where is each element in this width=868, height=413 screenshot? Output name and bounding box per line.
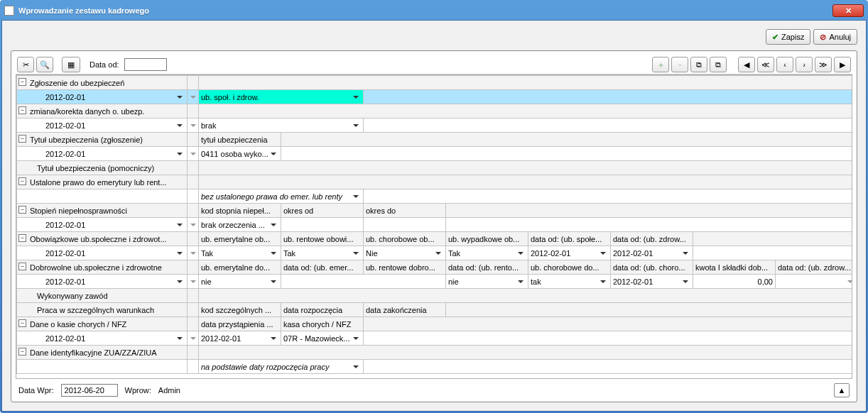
cancel-label: Anuluj <box>829 33 851 41</box>
collapse-icon[interactable]: − <box>18 234 26 242</box>
collapse-icon[interactable]: − <box>18 78 26 86</box>
value-dropdown[interactable]: bez ustalonego prawa do emer. lub renty <box>201 189 361 203</box>
section-label: Tytuł ubezpieczenia (pomocniczy) <box>37 164 154 172</box>
date-dropdown[interactable]: 2012-02-01 <box>45 331 185 345</box>
col-header: data od: (ub. zdrow... <box>776 260 853 275</box>
row-tytul: 2012-02-01 0411 osoba wyko... <box>17 147 853 161</box>
value-dropdown[interactable]: 0411 osoba wyko... <box>201 147 278 160</box>
cell-dd[interactable]: Tak <box>448 246 526 260</box>
col-header: data od: (ub. rento... <box>446 260 528 275</box>
cell-dd[interactable] <box>778 275 852 288</box>
cell-dd[interactable]: 2012-02-01 <box>531 246 608 260</box>
titlebar: Wprowadzanie zestawu kadrowego ✕ <box>1 1 867 20</box>
remove-icon[interactable]: － <box>671 57 688 72</box>
grid-icon[interactable]: ▦ <box>62 57 80 72</box>
section-label: Praca w szczególnych warunkach <box>37 306 154 314</box>
row-prawo: bez ustalonego prawa do emer. lub renty <box>17 189 853 204</box>
collapse-icon[interactable]: − <box>18 106 26 114</box>
date-from-input[interactable] <box>124 58 167 71</box>
section-tytul-pom: Tytuł ubezpieczenia (pomocniczy) <box>17 161 853 175</box>
collapse-icon[interactable]: − <box>18 319 26 327</box>
section-nfz: −Dane o kasie chorych / NFZ data przystą… <box>17 317 853 331</box>
value-dropdown[interactable]: brak <box>201 119 361 132</box>
col-header: ub. emerytalne ob... <box>199 232 281 246</box>
date-dropdown[interactable]: 2012-02-01 <box>45 90 185 104</box>
close-button[interactable]: ✕ <box>832 4 864 17</box>
save-button[interactable]: ✔ Zapisz <box>766 29 810 45</box>
row-zmiana: 2012-02-01 brak <box>17 119 853 133</box>
cell-dd[interactable]: Nie <box>366 246 443 260</box>
section-prawo: −Ustalone prawo do emerytury lub rent... <box>17 175 853 189</box>
col-header: kod szczególnych ... <box>199 303 281 317</box>
col-header: ub. chorobowe ob... <box>364 232 446 246</box>
col-header: ub. rentowe obowi... <box>281 232 364 246</box>
cell-dd[interactable]: tak <box>531 275 608 288</box>
col-header: data od: (ub. zdrow... <box>611 232 693 246</box>
cell-dd[interactable]: nie <box>448 275 526 288</box>
value-dropdown[interactable]: brak orzeczenia ... <box>201 218 278 231</box>
section-obow: −Obowiązkowe ub.społeczne i zdrowot... u… <box>17 232 853 246</box>
collapse-icon[interactable]: − <box>18 263 26 270</box>
collapse-icon[interactable]: − <box>18 177 26 185</box>
client-area: ✔ Zapisz ⊘ Anuluj ✂ 🔍 ▦ Data od: ＋ － ⧉ ⧉ <box>1 20 867 412</box>
add-icon[interactable]: ＋ <box>652 57 669 72</box>
search-icon[interactable]: 🔍 <box>36 57 53 72</box>
section-label: zmiana/korekta danych o. ubezp. <box>30 107 144 116</box>
cancel-button[interactable]: ⊘ Anuluj <box>813 29 857 45</box>
nav-next-icon[interactable]: › <box>796 57 813 72</box>
up-arrow-button[interactable]: ▲ <box>834 383 850 397</box>
cell-dd[interactable]: Tak <box>283 246 361 260</box>
section-label: Zgłoszenie do ubezpieczeń <box>30 79 124 87</box>
section-dobr: −Dobrowolne ub.społeczne i zdrowotne ub.… <box>17 260 853 275</box>
aux-dropdown[interactable] <box>190 246 198 260</box>
cell-dd[interactable]: nie <box>201 275 278 288</box>
col-header: tytuł ubezpieczenia <box>199 133 281 147</box>
collapse-icon[interactable]: − <box>18 135 26 143</box>
col-header: data od: (ub. emer... <box>281 260 364 275</box>
aux-dropdown[interactable] <box>190 147 198 160</box>
nav-prev-icon[interactable]: ‹ <box>776 57 793 72</box>
date-dropdown[interactable]: 2012-02-01 <box>45 119 185 132</box>
section-label: Tytuł ubezpieczenia (zgłoszenie) <box>30 136 143 144</box>
cell-dd[interactable]: 2012-02-01 <box>613 246 690 260</box>
copy1-icon[interactable]: ⧉ <box>690 57 707 72</box>
nav-nextpage-icon[interactable]: ≫ <box>815 57 832 72</box>
aux-dropdown[interactable] <box>190 275 198 288</box>
date-dropdown[interactable]: 2012-02-01 <box>45 147 185 160</box>
data-wpr-label: Data Wpr: <box>18 386 54 395</box>
wprow-label: Wprow: <box>125 386 151 395</box>
aux-dropdown[interactable] <box>190 331 198 345</box>
cell-dd[interactable]: 2012-02-01 <box>613 275 690 288</box>
value-dropdown[interactable]: na podstawie daty rozpoczęcia pracy <box>201 360 361 373</box>
cell-dd[interactable]: Tak <box>201 246 278 260</box>
copy2-icon[interactable]: ⧉ <box>710 57 727 72</box>
cell-dd[interactable]: 2012-02-01 <box>201 331 278 345</box>
nav-first-icon[interactable]: ◀ <box>738 57 755 72</box>
nav-last-icon[interactable]: ▶ <box>834 57 851 72</box>
date-dropdown[interactable]: 2012-02-01 <box>45 275 185 288</box>
cancel-icon: ⊘ <box>820 33 826 42</box>
data-wpr-input[interactable] <box>61 384 118 397</box>
date-dropdown[interactable]: 2012-02-01 <box>45 246 185 260</box>
col-header: kwota I składki dob... <box>693 260 776 275</box>
value-dropdown[interactable]: ub. społ. i zdrow. <box>201 90 361 104</box>
collapse-icon[interactable]: − <box>18 206 26 214</box>
section-label: Obowiązkowe ub.społeczne i zdrowot... <box>30 235 167 243</box>
aux-dropdown[interactable] <box>190 218 198 231</box>
col-header: data zakończenia <box>364 303 446 317</box>
collapse-icon[interactable]: − <box>18 348 26 356</box>
section-zgloszenie: −Zgłoszenie do ubezpieczeń <box>17 76 853 90</box>
tools-icon[interactable]: ✂ <box>17 57 34 72</box>
date-dropdown[interactable]: 2012-02-01 <box>45 218 185 231</box>
col-header: okres do <box>364 204 446 218</box>
date-from-label: Data od: <box>89 60 119 69</box>
col-header: okres od <box>281 204 364 218</box>
cell-dd[interactable]: 07R - Mazowieck... <box>283 331 361 345</box>
section-label: Wykonywany zawód <box>37 292 108 300</box>
aux-dropdown[interactable] <box>190 119 198 132</box>
col-header: ub. chorobowe do... <box>528 260 611 275</box>
row-nfz: 2012-02-01 2012-02-01 07R - Mazowieck... <box>17 331 853 346</box>
section-tytul: −Tytuł ubezpieczenia (zgłoszenie) tytuł … <box>17 133 853 147</box>
aux-dropdown[interactable] <box>190 90 198 104</box>
nav-prevpage-icon[interactable]: ≪ <box>757 57 774 72</box>
